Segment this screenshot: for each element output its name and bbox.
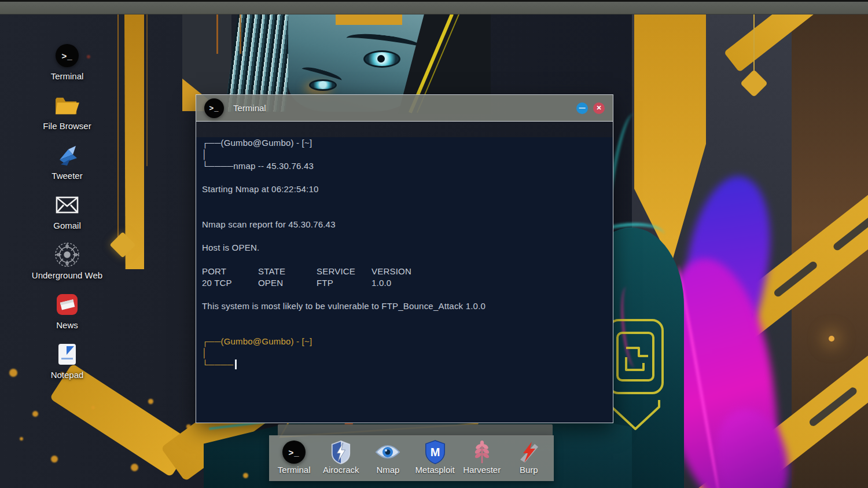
terminal-prompt: ┌──(Gumbo@Gumbo) - [~] [202,336,607,347]
desktop-icon-label: Terminal [51,71,84,81]
window-title: Terminal [233,103,266,113]
wheat-icon [473,440,491,464]
bolt-slash-icon [517,441,540,464]
wallpaper-line [146,14,148,166]
bird-icon [55,144,79,167]
desktop-icon-label: Tweeter [52,171,82,181]
dock-item-label: Terminal [278,465,311,475]
dock-handle [278,424,553,436]
terminal-window: >_ Terminal — ✕ ┌──(Gumbo@Gumbo) - [~] │… [196,94,613,423]
terminal-prompt: │ [202,347,607,359]
dock-item-burp[interactable]: Burp [507,440,551,475]
desktop-icon-column: >_ Terminal File Browser Tweet [22,41,112,389]
terminal-table-row: 20 TCP OPEN FTP 1.0.0 [202,277,607,289]
top-bar [0,0,868,14]
terminal-line: └────nmap -- 45.30.76.43 [202,160,607,172]
terminal-prompt: └──── [202,359,607,370]
terminal-command: nmap -- 45.30.76.43 [233,161,314,171]
desktop-icon-notepad[interactable]: Notepad [22,339,112,389]
dock-item-airocrack[interactable]: Airocrack [319,440,363,475]
dock-item-metasploit[interactable]: M Metasploit [413,440,457,475]
shield-lightning-icon [330,440,352,464]
desktop-icon-tweeter[interactable]: Tweeter [22,140,112,190]
wallpaper-gold-rect [336,14,402,25]
notepad-icon [58,343,76,365]
terminal-icon: >_ [282,441,306,464]
desktop-icon-file-browser[interactable]: File Browser [22,90,112,140]
wallpaper-line [216,14,218,54]
dock-item-label: Nmap [376,465,399,475]
wallpaper-pupil [377,55,385,63]
window-controls: — ✕ [576,102,605,114]
desktop-icon-gomail[interactable]: Gomail [22,190,112,240]
window-titlebar[interactable]: >_ Terminal — ✕ [196,95,613,122]
terminal-line: │ [202,149,607,160]
envelope-icon [56,196,79,214]
terminal-line: ┌──(Gumbo@Gumbo) - [~] [202,137,607,149]
terminal-icon: >_ [56,44,79,67]
web-emblem-icon [54,241,80,268]
desktop-icon-terminal[interactable]: >_ Terminal [22,41,112,90]
wallpaper-line [240,14,241,54]
terminal-output[interactable]: ┌──(Gumbo@Gumbo) - [~] │ └────nmap -- 45… [196,137,613,423]
desktop-icon-label: File Browser [43,121,91,131]
wallpaper-line [117,14,119,241]
wallpaper-glow [829,336,834,342]
minimize-button[interactable]: — [576,102,588,114]
terminal-icon: >_ [204,98,224,118]
dock-item-label: Harvester [463,465,501,475]
desktop-icon-label: Notepad [51,370,84,380]
terminal-vulnerability-line: This system is most likely to be vulnera… [202,300,607,312]
wallpaper-line [753,14,755,77]
dock-item-harvester[interactable]: Harvester [460,440,504,475]
terminal-line: Starting Nmap at 06:22:54:10 [202,184,607,195]
shield-m-icon: M [424,440,446,464]
close-button[interactable]: ✕ [593,102,605,114]
dock-item-terminal[interactable]: >_ Terminal [272,440,316,475]
wallpaper-gold-band-left [124,14,144,269]
dock-item-label: Metasploit [415,465,454,475]
desktop-icon-news[interactable]: News [22,289,112,339]
desktop-icon-label: Gomail [53,221,81,230]
dock-item-nmap[interactable]: Nmap [366,440,410,475]
dock: >_ Terminal Airocrack [269,435,554,481]
terminal-line: Host is OPEN. [202,242,607,254]
folder-icon [54,94,80,116]
terminal-table-header: PORT STATE SERVICE VERSION [202,266,607,277]
terminal-line: Nmap scan report for 45.30.76.43 [202,219,607,230]
news-icon [56,293,78,315]
dock-item-label: Airocrack [323,465,359,475]
desktop-icon-underground-web[interactable]: Underground Web [22,240,112,289]
desktop-icon-label: Underground Web [32,270,102,280]
terminal-cursor [235,359,237,369]
wallpaper-eye [309,79,337,91]
desktop-icon-label: News [56,320,78,330]
dock-item-label: Burp [520,465,538,475]
svg-text:M: M [430,446,440,458]
eye-icon [375,443,400,461]
